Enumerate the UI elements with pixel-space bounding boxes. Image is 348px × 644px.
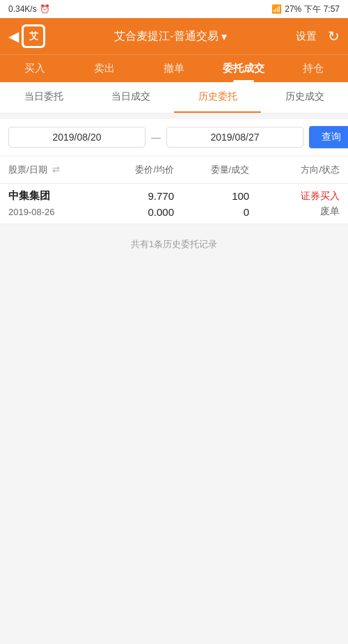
sub-tab-history-deal[interactable]: 历史成交 xyxy=(261,82,348,113)
header: ◀ 艾 艾合麦提江-普通交易 ▾ 设置 ↻ xyxy=(0,18,348,54)
header-col-price: 委价/均价 xyxy=(99,164,174,176)
status-speed: 0.34K/s xyxy=(8,4,37,14)
logo-inner: 艾 xyxy=(24,26,43,46)
price-value: 9.770 xyxy=(99,190,174,202)
header-col-qty: 委量/成交 xyxy=(174,164,249,176)
end-date-input[interactable] xyxy=(166,127,303,148)
settings-button[interactable]: 设置 xyxy=(296,30,317,43)
date-separator: — xyxy=(151,132,161,143)
status-right: 📶 27% 下午 7:57 xyxy=(271,3,340,15)
tab-hold[interactable]: 持仓 xyxy=(278,55,348,82)
dropdown-icon[interactable]: ▾ xyxy=(221,30,227,43)
table-row: 中集集团 9.770 100 证券买入 xyxy=(0,184,348,204)
nav-tabs: 买入 卖出 撤单 委托成交 持仓 xyxy=(0,54,348,82)
header-title: 艾合麦提江-普通交易 ▾ xyxy=(114,29,226,44)
tab-entrust[interactable]: 委托成交 xyxy=(209,55,278,82)
logo: 艾 xyxy=(22,24,45,48)
status-bar: 0.34K/s ⏰ 📶 27% 下午 7:57 xyxy=(0,0,348,18)
status-alarm: ⏰ xyxy=(40,4,50,14)
table-row-group: 中集集团 9.770 100 证券买入 2019-08-26 0.000 0 废… xyxy=(0,184,348,224)
status-carrier: 📶 xyxy=(271,4,282,14)
status-time: 下午 7:57 xyxy=(304,3,340,15)
sub-tab-history-entrust[interactable]: 历史委托 xyxy=(174,82,261,113)
back-button[interactable]: ◀ 艾 xyxy=(8,24,45,48)
status-left: 0.34K/s ⏰ xyxy=(8,4,50,14)
tab-cancel[interactable]: 撤单 xyxy=(139,55,209,82)
header-actions: 设置 ↻ xyxy=(296,28,340,45)
date-filter: — 查询 xyxy=(0,119,348,155)
summary: 共有1条历史委托记录 xyxy=(0,224,348,265)
sub-tabs: 当日委托 当日成交 历史委托 历史成交 xyxy=(0,82,348,113)
status-battery: 27% xyxy=(285,4,301,14)
refresh-button[interactable]: ↻ xyxy=(328,28,340,45)
header-col-status: 方向/状态 xyxy=(249,164,340,176)
sub-tab-today-deal[interactable]: 当日成交 xyxy=(87,82,174,113)
avg-price-value: 0.000 xyxy=(99,206,174,218)
status-value: 废单 xyxy=(249,205,340,218)
query-button[interactable]: 查询 xyxy=(309,126,348,148)
table-header: 股票/日期 ⇄ 委价/均价 委量/成交 方向/状态 xyxy=(0,157,348,184)
back-icon: ◀ xyxy=(8,28,19,45)
stock-name: 中集集团 xyxy=(8,189,99,203)
qty-deal-value: 0 xyxy=(174,206,249,218)
qty-value: 100 xyxy=(174,190,249,202)
tab-sell[interactable]: 卖出 xyxy=(70,55,139,82)
stock-date: 2019-08-26 xyxy=(8,206,99,217)
direction-value: 证券买入 xyxy=(249,190,340,203)
sort-icon[interactable]: ⇄ xyxy=(52,164,60,175)
header-col-stock: 股票/日期 ⇄ xyxy=(8,164,99,176)
tab-buy[interactable]: 买入 xyxy=(0,55,70,82)
table-row-detail: 2019-08-26 0.000 0 废单 xyxy=(0,204,348,223)
sub-tab-today-entrust[interactable]: 当日委托 xyxy=(0,82,87,113)
start-date-input[interactable] xyxy=(8,127,145,148)
